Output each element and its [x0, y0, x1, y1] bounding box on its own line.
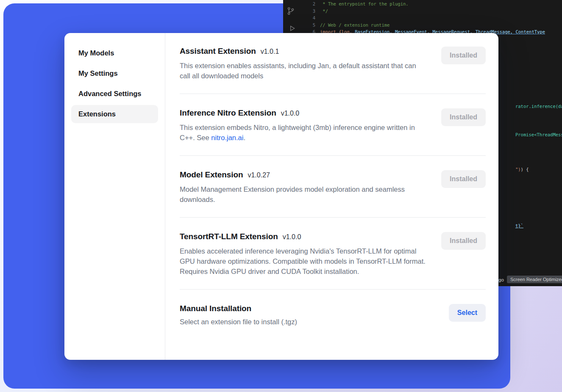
settings-sidebar: My Models My Settings Advanced Settings … — [64, 33, 165, 360]
installed-button[interactable]: Installed — [441, 47, 486, 64]
code-fragment: t}` — [499, 216, 523, 235]
settings-modal: My Models My Settings Advanced Settings … — [64, 33, 498, 360]
code-line: 3 */ — [283, 8, 562, 15]
statusbar-text: go — [498, 277, 504, 282]
sidebar-item-extensions[interactable]: Extensions — [71, 105, 158, 123]
extension-version: v1.0.0 — [283, 233, 301, 241]
extension-description: Enables accelerated inference leveraging… — [180, 246, 426, 276]
extension-row-assistant: Assistant Extension v1.0.1 This extensio… — [180, 33, 486, 94]
extension-name: TensortRT-LLM Extension — [180, 232, 278, 241]
extension-description: This extension enables assistants, inclu… — [180, 61, 426, 81]
sidebar-item-my-models[interactable]: My Models — [71, 44, 158, 62]
extension-name: Model Extension — [180, 170, 243, 179]
extensions-panel: Assistant Extension v1.0.1 This extensio… — [165, 33, 498, 360]
line-number: 5 — [308, 22, 315, 29]
extension-name: Assistant Extension — [180, 47, 256, 56]
extension-version: v1.0.0 — [281, 110, 300, 117]
page-background: 2 * The entrypoint for the plugin. 3 */ … — [0, 0, 562, 392]
installed-button[interactable]: Installed — [441, 232, 486, 250]
extension-version: v1.0.27 — [248, 171, 270, 179]
installed-button[interactable]: Installed — [441, 170, 486, 188]
code-line: 5 // Web / extension runtime — [283, 22, 562, 29]
code-line: 2 * The entrypoint for the plugin. — [283, 0, 562, 8]
code-fragment: ")) { — [499, 160, 529, 179]
nitro-jan-ai-link[interactable]: nitro.jan.ai — [211, 134, 243, 141]
installed-button[interactable]: Installed — [441, 108, 486, 126]
line-number: 4 — [308, 14, 315, 22]
code-fragment: rator.inference(data)); — [499, 97, 562, 116]
sidebar-item-my-settings[interactable]: My Settings — [71, 64, 158, 83]
select-file-button[interactable]: Select — [449, 304, 486, 322]
line-number: 2 — [308, 0, 315, 8]
extension-name: Inference Nitro Extension — [180, 108, 276, 118]
code-line: 4 — [283, 14, 562, 22]
manual-installation-title: Manual Installation — [180, 304, 251, 313]
extension-description: Model Management Extension provides mode… — [180, 184, 411, 204]
extension-description: This extension embeds Nitro, a lightweig… — [180, 122, 426, 143]
sidebar-item-advanced-settings[interactable]: Advanced Settings — [71, 85, 158, 103]
extension-row-nitro: Inference Nitro Extension v1.0.0 This ex… — [180, 94, 486, 156]
line-number: 3 — [308, 8, 315, 15]
code-fragment: Promise<ThreadMessage> — [499, 125, 562, 144]
manual-installation-row: Manual Installation Select an extension … — [180, 290, 486, 327]
screen-reader-optimized-chip[interactable]: Screen Reader Optimized — [507, 276, 562, 283]
extension-row-model: Model Extension v1.0.27 Model Management… — [180, 156, 486, 218]
extension-version: v1.0.1 — [261, 48, 279, 55]
manual-installation-description: Select an extension file to install (.tg… — [180, 317, 297, 327]
extension-row-tensorrt: TensortRT-LLM Extension v1.0.0 Enables a… — [180, 218, 486, 290]
